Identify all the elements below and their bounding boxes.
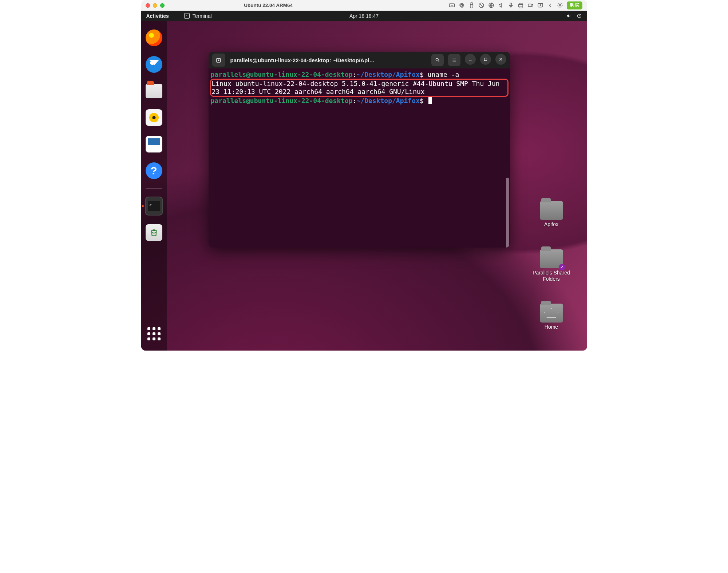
terminal-icon xyxy=(184,13,190,19)
dock-item-libreoffice-writer[interactable] xyxy=(145,135,163,153)
keyboard-icon[interactable] xyxy=(449,2,455,8)
desktop-icon-label: Apifox xyxy=(544,221,558,228)
running-indicator xyxy=(142,205,144,207)
rhythmbox-icon xyxy=(146,109,162,126)
terminal-icon xyxy=(145,197,163,216)
desktop-icon-parallels-shared[interactable]: ↗ Parallels Shared Folders xyxy=(526,249,577,282)
dock-item-help[interactable]: ? xyxy=(145,162,163,180)
printer-icon[interactable] xyxy=(518,2,524,8)
dock-item-terminal[interactable] xyxy=(145,197,163,215)
svg-point-10 xyxy=(559,4,561,6)
focused-app-name: Terminal xyxy=(193,13,212,19)
command-text: uname -a xyxy=(424,71,459,78)
firefox-icon xyxy=(146,29,162,46)
terminal-body[interactable]: parallels@ubuntu-linux-22-04-desktop:~/D… xyxy=(209,68,510,248)
new-tab-button[interactable] xyxy=(212,54,225,67)
svg-rect-8 xyxy=(529,4,532,7)
files-icon xyxy=(146,84,162,98)
folder-icon xyxy=(540,201,563,220)
show-applications-button[interactable] xyxy=(146,326,162,342)
dock-item-rhythmbox[interactable] xyxy=(145,108,163,127)
do-not-disturb-icon[interactable] xyxy=(478,2,484,8)
desktop-icon-home[interactable]: Home xyxy=(526,304,577,330)
terminal-titlebar[interactable]: parallels@ubuntu-linux-22-04-desktop: ~/… xyxy=(209,52,510,68)
sound-icon[interactable] xyxy=(498,2,504,8)
system-status-area[interactable] xyxy=(566,13,582,19)
dock-item-firefox[interactable] xyxy=(145,29,163,47)
buy-button[interactable]: 购买 xyxy=(567,1,582,9)
desktop-icons: Apifox ↗ Parallels Shared Folders Home xyxy=(526,201,577,330)
focused-app-indicator[interactable]: Terminal xyxy=(184,13,212,19)
help-icon: ? xyxy=(146,162,162,179)
window-close-button[interactable] xyxy=(495,54,506,65)
prompt-path: ~/Desktop/Apifox xyxy=(356,71,419,78)
prompt-line-1: parallels@ubuntu-linux-22-04-desktop:~/D… xyxy=(211,71,508,79)
desktop-icon-label: Parallels Shared Folders xyxy=(526,270,577,282)
dock-item-trash[interactable] xyxy=(145,224,163,242)
back-icon[interactable] xyxy=(547,2,553,8)
home-folder-icon xyxy=(540,304,563,323)
ubuntu-desktop[interactable]: ? Apifox ↗ Paralle xyxy=(141,21,587,351)
mac-close-button[interactable] xyxy=(146,3,150,8)
prompt-userhost: parallels@ubuntu-linux-22-04-desktop xyxy=(211,71,353,78)
window-maximize-button[interactable] xyxy=(480,54,491,65)
clock[interactable]: Apr 18 18:47 xyxy=(349,13,379,19)
dock-separator xyxy=(146,188,162,189)
volume-icon xyxy=(566,13,571,19)
desktop-icon-label: Home xyxy=(545,324,558,330)
prompt-line-2: parallels@ubuntu-linux-22-04-desktop:~/D… xyxy=(211,97,508,105)
folder-icon: ↗ xyxy=(540,249,563,268)
mac-titlebar: Ubuntu 22.04 ARM64 购买 xyxy=(141,0,587,11)
camera-icon[interactable] xyxy=(527,2,534,8)
parallels-vm-window: Ubuntu 22.04 ARM64 购买 Activities Termina… xyxy=(141,0,587,351)
mac-minimize-button[interactable] xyxy=(153,3,157,8)
traffic-lights xyxy=(146,3,165,8)
mac-fullscreen-button[interactable] xyxy=(160,3,165,8)
desktop-icon-apifox[interactable]: Apifox xyxy=(526,201,577,228)
link-badge-icon: ↗ xyxy=(559,264,565,270)
terminal-window: parallels@ubuntu-linux-22-04-desktop: ~/… xyxy=(209,52,510,248)
svg-rect-14 xyxy=(484,58,487,61)
terminal-scrollbar[interactable] xyxy=(506,178,509,248)
cpu-icon[interactable] xyxy=(459,2,465,8)
mic-icon[interactable] xyxy=(508,2,514,8)
search-button[interactable] xyxy=(431,54,444,66)
dock-item-files[interactable] xyxy=(145,82,163,100)
gear-icon[interactable] xyxy=(557,2,563,8)
dock-item-thunderbird[interactable] xyxy=(145,55,163,74)
vm-title: Ubuntu 22.04 ARM64 xyxy=(244,3,293,8)
svg-rect-0 xyxy=(450,4,455,7)
svg-rect-4 xyxy=(470,4,473,8)
window-minimize-button[interactable] xyxy=(465,54,476,65)
hamburger-menu-button[interactable] xyxy=(448,54,460,66)
svg-rect-7 xyxy=(510,3,512,6)
gnome-dock: ? xyxy=(141,21,167,351)
libreoffice-writer-icon xyxy=(146,136,162,153)
annotation-highlight-box: Linux ubuntu-linux-22-04-desktop 5.15.0-… xyxy=(210,79,509,97)
command-output: Linux ubuntu-linux-22-04-desktop 5.15.0-… xyxy=(212,80,507,96)
power-icon xyxy=(577,13,582,19)
share-icon[interactable] xyxy=(537,2,543,8)
svg-rect-2 xyxy=(461,4,463,6)
gnome-topbar: Activities Terminal Apr 18 18:47 xyxy=(141,11,587,21)
terminal-window-title: parallels@ubuntu-linux-22-04-desktop: ~/… xyxy=(230,57,428,63)
thunderbird-icon xyxy=(146,56,162,73)
svg-rect-1 xyxy=(460,4,464,7)
trash-icon xyxy=(146,224,162,241)
terminal-cursor xyxy=(428,97,432,104)
usb-icon[interactable] xyxy=(468,2,475,8)
svg-point-13 xyxy=(436,58,438,61)
network-icon[interactable] xyxy=(488,2,494,8)
activities-button[interactable]: Activities xyxy=(146,13,169,19)
parallels-toolbar-icons: 购买 xyxy=(449,1,582,9)
